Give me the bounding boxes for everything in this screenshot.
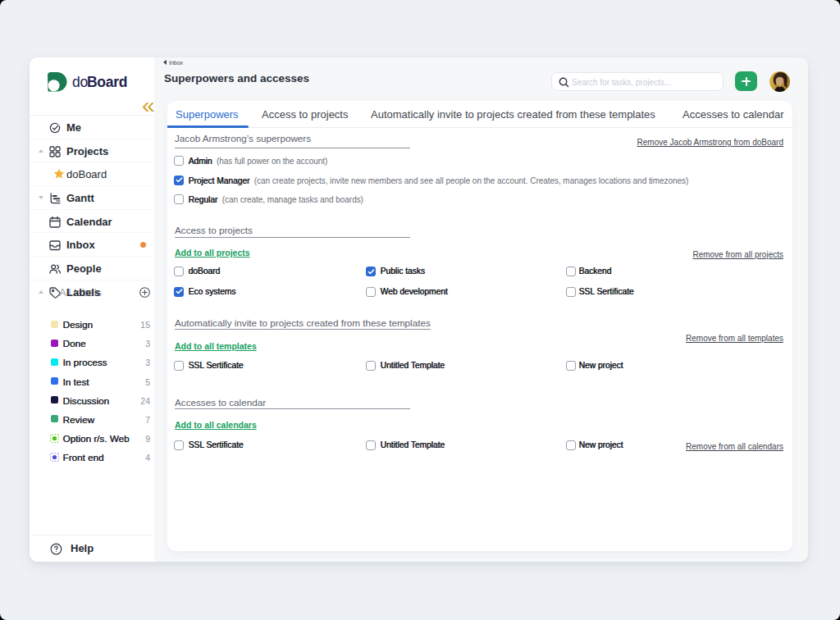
svg-text:do: do [72,74,88,90]
svg-text:Board: Board [87,74,127,90]
